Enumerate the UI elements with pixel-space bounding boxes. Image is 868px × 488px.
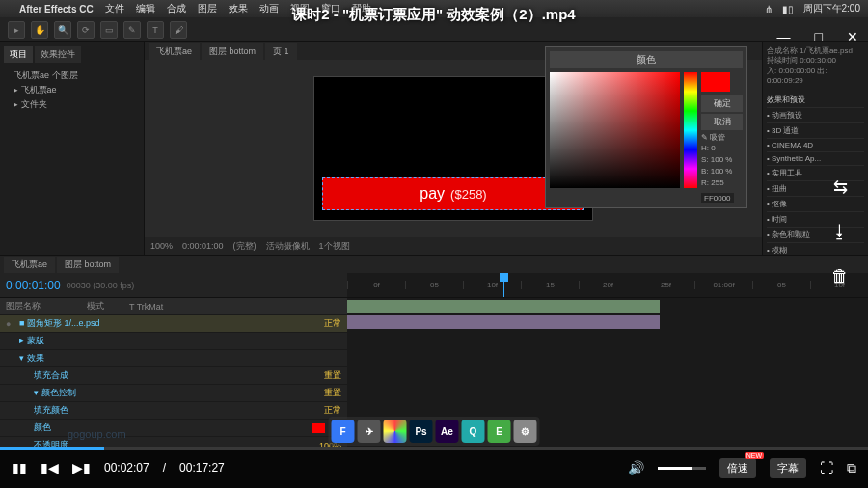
dock-app-icon[interactable]: E — [488, 420, 511, 443]
eyedropper-button[interactable]: ✎ 吸管 — [701, 132, 743, 143]
dock-app-icon[interactable]: Ps — [410, 420, 433, 443]
color-picker-dialog[interactable]: 颜色 确定 取消 ✎ 吸管 H: 0 S: 100 % B: 100 % R: … — [545, 46, 747, 208]
viewer-footer: 100% 0:00:01:00 (完整) 活动摄像机 1个视图 — [145, 237, 762, 255]
color-swatch — [701, 72, 730, 92]
cancel-button[interactable]: 取消 — [701, 114, 743, 130]
layer-row[interactable]: 填充合成重置 — [0, 367, 347, 385]
rect-tool-icon[interactable]: ▭ — [100, 21, 118, 39]
layer-bar[interactable] — [347, 315, 660, 329]
download-icon[interactable]: ⭳ — [827, 218, 854, 245]
layer-row[interactable]: 不透明度100% — [0, 437, 347, 447]
total-time: 00:17:27 — [179, 461, 225, 474]
speed-button[interactable]: 倍速NEW — [719, 458, 756, 478]
hex-input[interactable]: FF0000 — [701, 193, 734, 203]
timeline-tab[interactable]: 飞机票ae — [4, 257, 55, 273]
timeline-tab[interactable]: 图层 bottom — [57, 257, 119, 273]
menu-file[interactable]: 文件 — [105, 2, 124, 15]
volume-slider[interactable] — [658, 467, 706, 470]
color-gradient[interactable] — [550, 72, 680, 188]
viewer-tab[interactable]: 飞机票ae — [149, 43, 200, 60]
info-line: 入: 0:00:00:00 出: 0:00:09:29 — [767, 67, 864, 87]
next-button[interactable]: ▶▮ — [72, 460, 91, 475]
preset-item[interactable]: • CINEMA 4D — [767, 139, 864, 152]
delete-icon[interactable]: 🗑 — [827, 262, 854, 289]
time-display[interactable]: 0:00:01:00 — [182, 241, 224, 251]
camera-label[interactable]: 活动摄像机 — [266, 240, 310, 253]
layer-row[interactable]: ▾ 颜色控制重置 — [0, 385, 347, 402]
minimize-button[interactable]: — — [777, 29, 791, 44]
share-icon[interactable]: ⇆ — [827, 174, 854, 201]
time-ruler[interactable]: 0f 05 10f 15 20f 25f 01:00f 05 10f — [347, 273, 868, 297]
video-player-controls: ▮▮ ▮◀ ▶▮ 00:02:07 / 00:17:27 🔊 倍速NEW 字幕 … — [0, 447, 868, 488]
layer-row[interactable]: ●■ 圆角矩形 1/...e.psd正常 — [0, 315, 347, 333]
wifi-icon[interactable]: ⋔ — [765, 4, 773, 14]
current-time: 00:02:07 — [104, 461, 149, 474]
rotate-tool-icon[interactable]: ⟳ — [77, 21, 95, 39]
tree-item[interactable]: 飞机票ae 个图层 — [6, 68, 138, 83]
layer-bar[interactable] — [347, 300, 660, 313]
battery-icon[interactable]: ▮▯ — [782, 4, 794, 14]
hue-slider[interactable] — [684, 72, 697, 188]
visibility-icon[interactable]: ● — [6, 319, 15, 329]
pay-price: ($258) — [450, 187, 487, 202]
color-chip[interactable] — [312, 423, 325, 433]
zoom-level[interactable]: 100% — [150, 241, 173, 251]
subtitle-button[interactable]: 字幕 — [770, 458, 806, 478]
video-title: 课时2 - "机票订票应用" 动效案例（2）.mp4 — [292, 6, 575, 24]
menu-anim[interactable]: 动画 — [259, 2, 279, 15]
layer-row[interactable]: 颜色→ — [0, 420, 347, 437]
project-tree: 飞机票ae 个图层 ▸ 飞机票ae ▸ 文件夹 — [4, 67, 140, 114]
text-tool-icon[interactable]: T — [147, 21, 164, 39]
menu-layer[interactable]: 图层 — [198, 2, 217, 15]
preset-item[interactable]: • 3D 通道 — [767, 123, 864, 139]
effects-tab[interactable]: 效果控件 — [35, 46, 81, 63]
timecode[interactable]: 0:00:01:00 — [6, 279, 61, 292]
ok-button[interactable]: 确定 — [701, 95, 743, 112]
pen-tool-icon[interactable]: ✎ — [123, 21, 141, 39]
app-name[interactable]: After Effects CC — [19, 4, 94, 14]
playhead[interactable] — [503, 273, 504, 297]
resolution[interactable]: (完整) — [233, 240, 257, 253]
dock-app-icon[interactable]: F — [332, 420, 355, 443]
zoom-tool-icon[interactable]: 🔍 — [54, 21, 71, 39]
selection-tool-icon[interactable]: ▸ — [8, 21, 25, 39]
dock-app-icon[interactable]: Ae — [436, 420, 459, 443]
view-count[interactable]: 1个视图 — [319, 240, 350, 253]
menu-edit[interactable]: 编辑 — [136, 2, 155, 15]
hand-tool-icon[interactable]: ✋ — [31, 21, 48, 39]
play-pause-button[interactable]: ▮▮ — [12, 460, 27, 475]
viewer-tab[interactable]: 图层 bottom — [202, 43, 263, 60]
info-line: 合成名称 1/飞机票ae.psd — [767, 46, 864, 56]
dock-app-icon[interactable]: ✈ — [358, 420, 381, 443]
project-panel: 项目 效果控件 飞机票ae 个图层 ▸ 飞机票ae ▸ 文件夹 — [0, 42, 145, 255]
preset-item[interactable]: • Synthetic Ap... — [767, 152, 864, 166]
pay-label: pay — [420, 185, 445, 203]
layer-row[interactable]: 填充颜色正常 — [0, 402, 347, 420]
brush-tool-icon[interactable]: 🖌 — [170, 21, 187, 39]
layer-row[interactable]: ▾ 效果 — [0, 350, 347, 367]
viewer-tab[interactable]: 页 1 — [265, 43, 297, 60]
tree-item[interactable]: ▸ 飞机票ae — [6, 83, 138, 97]
dock-app-icon[interactable]: ⚙ — [514, 420, 537, 443]
mac-dock: F✈PsAeQE⚙ — [329, 417, 540, 446]
maximize-button[interactable]: □ — [815, 29, 823, 44]
progress-fill — [0, 447, 104, 450]
prev-button[interactable]: ▮◀ — [41, 460, 59, 475]
watermark: gogoup.com — [68, 428, 126, 440]
clock[interactable]: 周四下午2:00 — [803, 2, 860, 15]
fullscreen-icon[interactable]: ⛶ — [820, 460, 833, 475]
effects-header[interactable]: 效果和预设 — [767, 93, 864, 108]
project-tab[interactable]: 项目 — [4, 46, 33, 63]
layer-row[interactable]: ▸ 蒙版 — [0, 333, 347, 350]
tree-item[interactable]: ▸ 文件夹 — [6, 97, 138, 112]
dock-app-icon[interactable] — [384, 420, 407, 443]
info-line: 持续时间 0:00:30:00 — [767, 56, 864, 66]
menu-comp[interactable]: 合成 — [167, 2, 186, 15]
preset-item[interactable]: • 动画预设 — [767, 108, 864, 123]
progress-bar[interactable] — [0, 447, 868, 450]
pip-icon[interactable]: ⧉ — [847, 460, 856, 476]
menu-effect[interactable]: 效果 — [229, 2, 248, 15]
volume-icon[interactable]: 🔊 — [628, 460, 644, 475]
dock-app-icon[interactable]: Q — [462, 420, 485, 443]
close-button[interactable]: ✕ — [847, 29, 858, 44]
